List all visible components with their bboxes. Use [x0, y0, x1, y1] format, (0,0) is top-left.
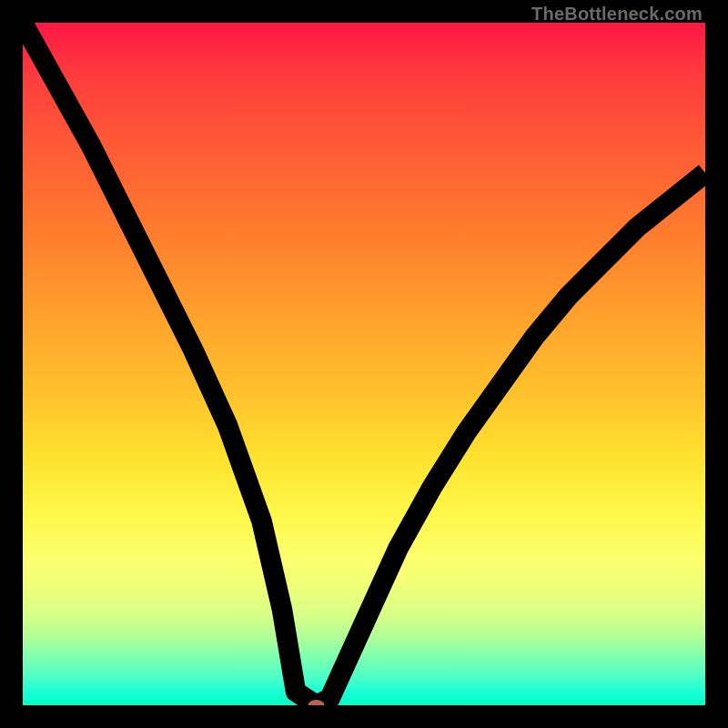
bottleneck-curve: [23, 23, 705, 705]
attribution-text: TheBottleneck.com: [531, 4, 703, 25]
plot-area: [23, 23, 705, 705]
chart-svg: [23, 23, 705, 705]
chart-frame: TheBottleneck.com: [0, 0, 728, 728]
